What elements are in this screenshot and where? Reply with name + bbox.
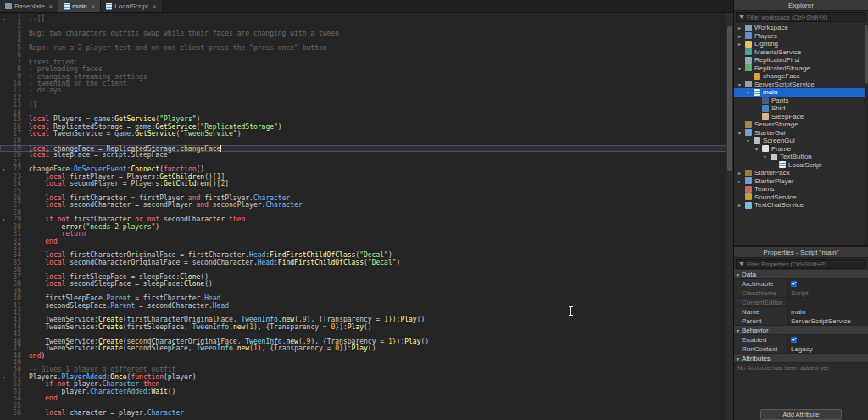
section-header-behavior[interactable]: ▾Behavior (734, 326, 868, 335)
explorer-item-players[interactable]: ▸Players (734, 32, 868, 41)
code-line-53[interactable]: 53 player.CharacterAdded:Wait() (0, 389, 733, 395)
explorer-item-sleepface[interactable]: SleepFace (734, 113, 868, 121)
explorer-item-localscript[interactable]: LocalScript (734, 161, 868, 170)
section-header-data[interactable]: ▾Data (734, 270, 868, 279)
explorer-item-shirt[interactable]: Shirt (734, 104, 868, 113)
close-icon[interactable]: × (153, 3, 157, 10)
property-value[interactable]: Legacy (788, 344, 868, 353)
code-line-41[interactable]: 41 secondSleepFace.Parent = secondCharac… (0, 303, 733, 310)
collapse-arrow-icon[interactable]: ▾ (745, 89, 751, 95)
code-line-30[interactable]: 30 error("needs 2 players") (0, 224, 733, 231)
explorer-item-textchatservice[interactable]: ▸TextChatService (734, 201, 868, 210)
tab-main[interactable]: main× (58, 0, 101, 12)
code-line-12[interactable]: 12 (0, 95, 733, 102)
explorer-item-workspace[interactable]: ▸Workspace (734, 24, 868, 32)
code-line-6[interactable]: 6 (0, 52, 733, 59)
expand-arrow-icon[interactable]: ▸ (737, 41, 743, 47)
fold-arrow-icon[interactable]: ▾ (0, 166, 7, 173)
code-line-13[interactable]: 13]] (0, 102, 733, 109)
collapse-arrow-icon[interactable]: ▾ (737, 130, 743, 136)
property-value[interactable]: ServerScriptService (788, 316, 868, 325)
fold-gutter (0, 231, 7, 238)
explorer-item-materialservice[interactable]: MaterialService (734, 48, 868, 57)
code-line-17[interactable]: 17local TweenService = game:GetService("… (0, 131, 733, 137)
fold-arrow-icon[interactable]: ▾ (0, 216, 7, 223)
code-line-5[interactable]: 5Repo: run a 2 player test and on one cl… (0, 45, 733, 52)
explorer-item-lighting[interactable]: ▸Lighting (734, 40, 868, 48)
expand-arrow-icon[interactable]: ▸ (737, 202, 743, 208)
explorer-item-replicatedstorage[interactable]: ▾ReplicatedStorage (734, 64, 868, 73)
code-line-3[interactable]: 3Bug: two characters outfits swap while … (0, 31, 733, 37)
explorer-item-replicatedfirst[interactable]: ReplicatedFirst (734, 56, 868, 64)
close-icon[interactable]: × (92, 3, 96, 10)
tab-localscript[interactable]: LocalScript× (101, 0, 162, 12)
property-value[interactable]: Script (788, 288, 868, 297)
code-line-48[interactable]: 48end) (0, 353, 733, 360)
code-line-20[interactable]: 20local sleepFace = script.SleepFace (0, 152, 733, 159)
explorer-scrollbar[interactable] (865, 23, 868, 245)
explorer-item-pants[interactable]: Pants (734, 97, 868, 105)
checkbox-checked[interactable] (791, 337, 797, 343)
expand-arrow-icon[interactable]: ▸ (737, 170, 743, 176)
expand-arrow-icon[interactable]: ▸ (737, 33, 743, 39)
code-line-24[interactable]: 24 local secondPlayer = Players:GetChild… (0, 181, 733, 188)
explorer-item-screengui[interactable]: ▾ScreenGui (734, 137, 868, 145)
add-attribute-button[interactable]: Add Attribute (760, 409, 842, 420)
expand-arrow-icon[interactable]: ▸ (737, 178, 743, 184)
serverstorage-icon (745, 121, 752, 128)
scrollbar-thumb[interactable] (865, 25, 868, 84)
property-row-enabled: Enabled (734, 335, 868, 344)
scrollbar-thumb[interactable] (727, 26, 732, 171)
code-line-1[interactable]: ▾1--[[ (0, 16, 733, 23)
fold-arrow-icon[interactable]: ▾ (0, 374, 7, 381)
code-line-27[interactable]: 27 local secondCharacter = secondPlayer … (0, 202, 733, 209)
explorer-item-serverstorage[interactable]: ServerStorage (734, 120, 868, 129)
code-line-47[interactable]: 47 TweenService:Create(secondSleepFace, … (0, 345, 733, 352)
collapse-arrow-icon[interactable]: ▾ (762, 154, 768, 160)
property-value[interactable] (788, 298, 868, 306)
script-icon (754, 89, 760, 96)
property-value[interactable] (788, 335, 868, 344)
editor-scrollbar[interactable] (726, 13, 733, 420)
script-editor[interactable]: ▾1--[[23Bug: two characters outfits swap… (0, 13, 733, 420)
explorer-item-teams[interactable]: Teams (734, 185, 868, 193)
code-line-10[interactable]: 10- tweening on the client (0, 81, 733, 87)
code-line-31[interactable]: 31 return (0, 231, 733, 238)
expand-arrow-icon[interactable]: ▸ (737, 25, 743, 31)
script-icon (64, 3, 70, 10)
checkbox-checked[interactable] (791, 281, 797, 287)
explorer-item-main[interactable]: ▾main (734, 88, 868, 97)
properties-filter-input[interactable] (747, 261, 863, 267)
fold-arrow-icon[interactable]: ▾ (0, 16, 7, 23)
explorer-item-serverscriptservice[interactable]: ▾ServerScriptService (734, 81, 868, 89)
code-line-54[interactable]: 54 end (0, 395, 733, 402)
code-line-7[interactable]: 7Fixes tried: (0, 59, 733, 66)
explorer-item-startergui[interactable]: ▾StarterGui (734, 129, 868, 137)
explorer-item-textbutton[interactable]: ▾TextButton (734, 153, 868, 161)
code-line-35[interactable]: 35 local secondCharacterOriginalFace = s… (0, 260, 733, 266)
code-line-11[interactable]: 11- delays (0, 87, 733, 94)
explorer-item-starterpack[interactable]: ▸StarterPack (734, 169, 868, 177)
explorer-item-soundservice[interactable]: SoundService (734, 193, 868, 202)
tab-baseplate[interactable]: Baseplate× (0, 0, 58, 12)
collapse-arrow-icon[interactable]: ▾ (745, 137, 751, 143)
code-line-32[interactable]: 32 end (0, 238, 733, 245)
property-value[interactable] (788, 279, 868, 288)
token: Repo: run a 2 player test and on one cli… (29, 44, 327, 52)
explorer-item-starterplayer[interactable]: ▸StarterPlayer (734, 177, 868, 186)
property-value[interactable]: main (788, 307, 868, 316)
item-label: Pants (771, 97, 788, 104)
section-header-attributes[interactable]: ▾Attributes (734, 354, 868, 363)
code-line-18[interactable]: 18 (0, 137, 733, 144)
explorer-item-changeface[interactable]: changeFace (734, 72, 868, 81)
explorer-filter-input[interactable] (747, 14, 863, 20)
code-line-38[interactable]: 38 local secondSleepFace = sleepFace:Clo… (0, 281, 733, 288)
collapse-arrow-icon[interactable]: ▾ (754, 146, 760, 152)
collapse-arrow-icon[interactable]: ▾ (737, 81, 743, 87)
explorer-item-frame[interactable]: ▾Frame (734, 145, 868, 154)
collapse-arrow-icon[interactable]: ▾ (737, 65, 743, 71)
code-line-44[interactable]: 44 TweenService:Create(firstSleepFace, T… (0, 324, 733, 331)
code-line-56[interactable]: 56 local character = player.Character (0, 410, 733, 417)
value-text: Script (791, 289, 808, 297)
close-icon[interactable]: × (49, 3, 53, 10)
